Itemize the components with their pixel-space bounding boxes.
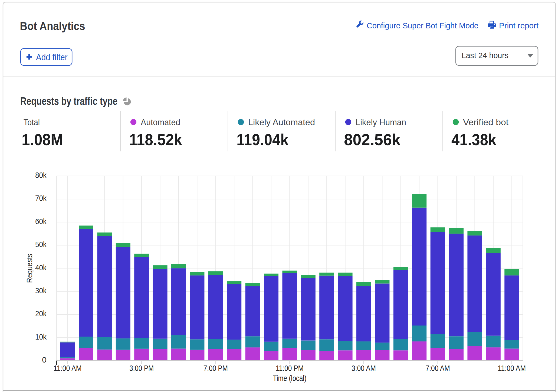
svg-text:Print report: Print report bbox=[499, 21, 539, 30]
svg-text:10k: 10k bbox=[35, 332, 47, 341]
svg-text:1.08M: 1.08M bbox=[22, 131, 63, 149]
svg-text:41.38k: 41.38k bbox=[451, 131, 497, 149]
svg-text:20k: 20k bbox=[35, 309, 47, 318]
svg-text:40k: 40k bbox=[35, 263, 47, 272]
svg-text:3:00 AM: 3:00 AM bbox=[352, 364, 376, 373]
svg-text:7:00 AM: 7:00 AM bbox=[426, 364, 450, 373]
svg-text:11:00 AM: 11:00 AM bbox=[498, 364, 526, 373]
svg-text:Bot Analytics: Bot Analytics bbox=[20, 20, 85, 32]
svg-text:802.56k: 802.56k bbox=[344, 131, 401, 149]
svg-text:50k: 50k bbox=[35, 240, 47, 249]
svg-text:Automated: Automated bbox=[141, 117, 180, 127]
svg-text:Requests by traffic type: Requests by traffic type bbox=[20, 95, 117, 107]
svg-text:118.52k: 118.52k bbox=[129, 131, 182, 149]
svg-text:70k: 70k bbox=[35, 194, 47, 202]
svg-text:Time (local): Time (local) bbox=[273, 374, 307, 383]
svg-text:7:00 PM: 7:00 PM bbox=[203, 364, 228, 373]
svg-text:11:00 PM: 11:00 PM bbox=[276, 364, 304, 373]
svg-text:Likely Automated: Likely Automated bbox=[248, 117, 315, 127]
svg-text:80k: 80k bbox=[35, 171, 47, 180]
svg-text:60k: 60k bbox=[35, 217, 47, 226]
svg-text:Last 24 hours: Last 24 hours bbox=[462, 51, 508, 60]
svg-text:Requests: Requests bbox=[25, 254, 34, 283]
svg-text:0: 0 bbox=[42, 355, 47, 364]
svg-text:Add filter: Add filter bbox=[36, 52, 68, 62]
svg-text:11:00 AM: 11:00 AM bbox=[54, 364, 82, 373]
svg-text:3:00 PM: 3:00 PM bbox=[129, 364, 154, 373]
svg-text:Likely Human: Likely Human bbox=[356, 117, 406, 127]
svg-text:Total: Total bbox=[24, 117, 40, 127]
svg-text:Verified bot: Verified bot bbox=[463, 117, 508, 127]
svg-text:Configure Super Bot Fight Mode: Configure Super Bot Fight Mode bbox=[367, 21, 478, 30]
svg-text:30k: 30k bbox=[35, 286, 47, 295]
svg-text:119.04k: 119.04k bbox=[237, 131, 289, 149]
